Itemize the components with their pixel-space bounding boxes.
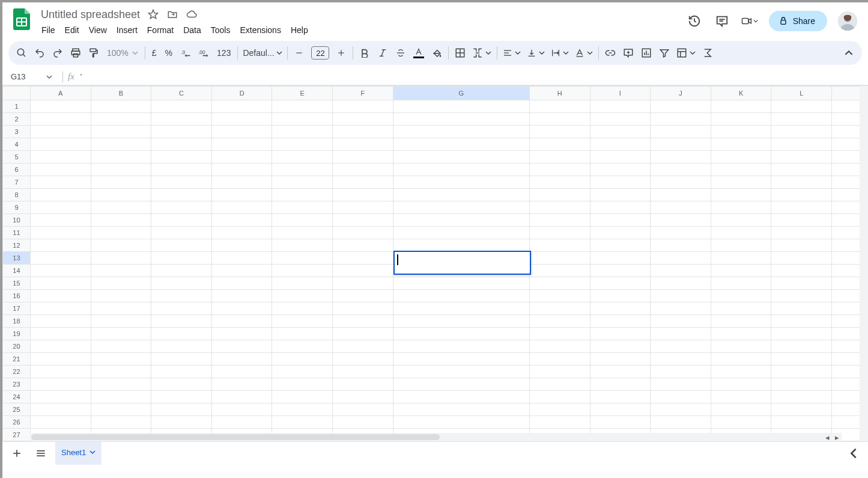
- cell[interactable]: [711, 416, 771, 429]
- cell[interactable]: [590, 214, 651, 227]
- account-avatar[interactable]: [838, 11, 857, 31]
- cell[interactable]: [590, 290, 651, 302]
- cell[interactable]: [711, 138, 771, 151]
- print-icon[interactable]: [67, 44, 84, 61]
- cell[interactable]: [771, 277, 832, 290]
- cell[interactable]: [393, 189, 529, 201]
- cell[interactable]: [211, 227, 272, 239]
- cell[interactable]: [393, 290, 529, 302]
- cell[interactable]: [333, 138, 393, 151]
- cell[interactable]: [590, 340, 651, 353]
- cell[interactable]: [393, 353, 529, 366]
- cell[interactable]: [211, 391, 272, 403]
- cell[interactable]: [272, 252, 333, 265]
- cell[interactable]: [590, 328, 651, 340]
- cell[interactable]: [91, 239, 151, 252]
- bold-icon[interactable]: [356, 44, 373, 61]
- row-header[interactable]: 7: [3, 176, 31, 189]
- undo-icon[interactable]: [31, 44, 48, 61]
- more-formats-button[interactable]: 123: [213, 44, 234, 61]
- scroll-left-icon[interactable]: ◂: [822, 433, 832, 441]
- cell[interactable]: [393, 277, 529, 290]
- cell[interactable]: [393, 113, 529, 126]
- cell[interactable]: [151, 416, 212, 429]
- cell[interactable]: [272, 302, 333, 315]
- cell[interactable]: [272, 416, 333, 429]
- cell[interactable]: [393, 265, 529, 277]
- cell[interactable]: [151, 138, 212, 151]
- cell[interactable]: [91, 138, 151, 151]
- cell[interactable]: [771, 302, 832, 315]
- cell[interactable]: [91, 126, 151, 138]
- cell[interactable]: [711, 227, 771, 239]
- cell[interactable]: [151, 315, 212, 328]
- cell[interactable]: [333, 391, 393, 403]
- row-header[interactable]: 25: [3, 403, 31, 416]
- cell[interactable]: [211, 403, 272, 416]
- cell[interactable]: [529, 366, 590, 378]
- row-header[interactable]: 13: [3, 252, 31, 265]
- cell[interactable]: [771, 403, 832, 416]
- cell[interactable]: [711, 239, 771, 252]
- search-icon[interactable]: [13, 44, 30, 61]
- cell[interactable]: [393, 391, 529, 403]
- paint-format-icon[interactable]: [85, 44, 102, 61]
- cell[interactable]: [651, 138, 711, 151]
- cell[interactable]: [529, 378, 590, 391]
- cell[interactable]: [272, 201, 333, 214]
- menu-edit[interactable]: Edit: [61, 23, 83, 37]
- cell[interactable]: [651, 328, 711, 340]
- cell[interactable]: [529, 164, 590, 176]
- cell[interactable]: [771, 151, 832, 164]
- cell[interactable]: [393, 403, 529, 416]
- cell[interactable]: [771, 113, 832, 126]
- merge-cells-icon[interactable]: [470, 44, 494, 61]
- cell[interactable]: [151, 290, 212, 302]
- scroll-right-icon[interactable]: ▸: [832, 433, 842, 441]
- cell[interactable]: [30, 277, 91, 290]
- cell[interactable]: [590, 353, 651, 366]
- cell[interactable]: [529, 328, 590, 340]
- cell[interactable]: [211, 113, 272, 126]
- cell[interactable]: [151, 164, 212, 176]
- column-header[interactable]: D: [211, 87, 272, 100]
- cell[interactable]: [590, 227, 651, 239]
- cell[interactable]: [529, 239, 590, 252]
- cell[interactable]: [393, 176, 529, 189]
- cell[interactable]: [333, 328, 393, 340]
- cell[interactable]: [651, 176, 711, 189]
- cell[interactable]: [333, 239, 393, 252]
- cell[interactable]: [590, 138, 651, 151]
- cell[interactable]: [272, 113, 333, 126]
- column-header[interactable]: E: [272, 87, 333, 100]
- cell[interactable]: [91, 151, 151, 164]
- cell[interactable]: [711, 100, 771, 113]
- cell[interactable]: [211, 378, 272, 391]
- horizontal-scrollbar[interactable]: ◂ ▸: [30, 433, 842, 441]
- menu-file[interactable]: File: [37, 23, 59, 37]
- row-header[interactable]: 9: [3, 201, 31, 214]
- cell[interactable]: [151, 378, 212, 391]
- row-header[interactable]: 12: [3, 239, 31, 252]
- cell[interactable]: [211, 302, 272, 315]
- menu-data[interactable]: Data: [179, 23, 205, 37]
- cell[interactable]: [590, 265, 651, 277]
- cell[interactable]: [771, 252, 832, 265]
- cell[interactable]: [91, 353, 151, 366]
- cell[interactable]: [272, 277, 333, 290]
- add-sheet-icon[interactable]: [7, 444, 26, 463]
- font-family-dropdown[interactable]: Defaul...: [241, 44, 284, 61]
- cell[interactable]: [333, 189, 393, 201]
- cell[interactable]: [272, 151, 333, 164]
- cell[interactable]: [30, 252, 91, 265]
- cell[interactable]: [393, 138, 529, 151]
- select-all-corner[interactable]: [3, 87, 31, 100]
- cell[interactable]: [272, 328, 333, 340]
- cell[interactable]: [529, 214, 590, 227]
- cell[interactable]: [30, 340, 91, 353]
- cell[interactable]: [151, 328, 212, 340]
- cell[interactable]: [91, 201, 151, 214]
- cell[interactable]: [651, 239, 711, 252]
- insert-comment-icon[interactable]: [620, 44, 637, 61]
- cell[interactable]: [590, 252, 651, 265]
